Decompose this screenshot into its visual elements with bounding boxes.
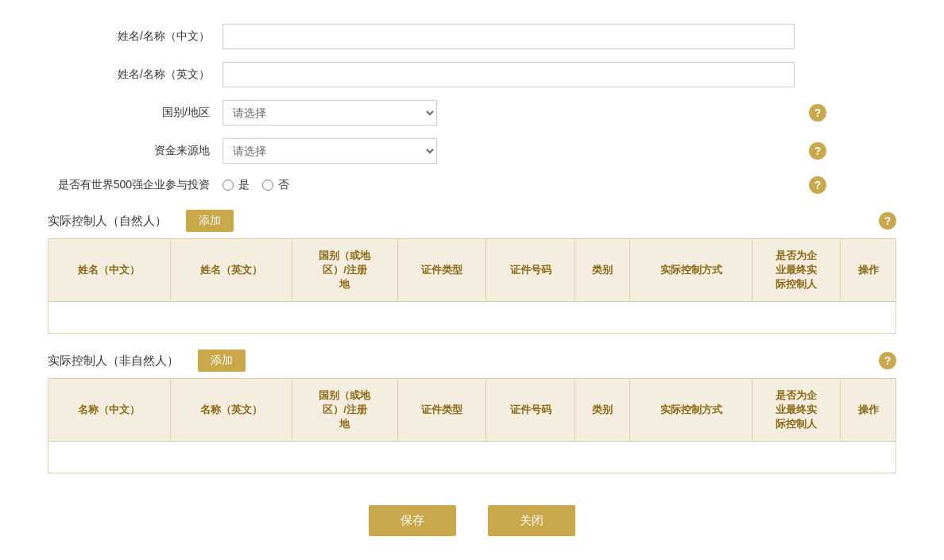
- fortune500-label: 是否有世界500强企业参与投资: [48, 178, 222, 192]
- fortune500-yes-option[interactable]: 是: [222, 178, 250, 192]
- non-natural-table-body: [48, 442, 896, 473]
- non-natural-empty-cell: [48, 442, 896, 473]
- natural-col-cert-type: 证件类型: [397, 239, 486, 302]
- non-natural-col-name-cn: 名称（中文）: [48, 379, 171, 442]
- natural-col-name-en: 姓名（英文）: [170, 239, 292, 302]
- non-natural-empty-row: [48, 442, 896, 473]
- save-button[interactable]: 保存: [369, 505, 456, 536]
- natural-col-control-method: 实际控制方式: [630, 239, 752, 302]
- non-natural-col-category: 类别: [575, 379, 630, 442]
- natural-empty-row: [48, 302, 896, 334]
- non-natural-table-wrapper: 名称（中文） 名称（英文） 国别（或地区）/注册地 证件类型 证件号码 类别 实…: [48, 378, 896, 473]
- fortune500-yes-radio[interactable]: [222, 180, 234, 191]
- natural-table: 姓名（中文） 姓名（英文） 国别（或地区）/注册地 证件类型 证件号码 类别 实…: [48, 238, 896, 334]
- name-cn-label: 姓名/名称（中文）: [48, 29, 222, 44]
- non-natural-col-cert-no: 证件号码: [486, 379, 575, 442]
- fund-source-help-icon[interactable]: ?: [809, 142, 826, 160]
- natural-section-title: 实际控制人（自然人）: [48, 214, 167, 229]
- fund-source-select[interactable]: 请选择: [222, 138, 437, 164]
- name-en-label: 姓名/名称（英文）: [48, 68, 222, 82]
- non-natural-section-title: 实际控制人（非自然人）: [48, 353, 179, 369]
- name-cn-input[interactable]: [222, 24, 795, 49]
- non-natural-col-is-final: 是否为企业最终实际控制人: [752, 379, 841, 442]
- natural-col-category: 类别: [575, 239, 630, 302]
- name-en-input[interactable]: [222, 62, 795, 87]
- name-en-row: 姓名/名称（英文）: [48, 62, 896, 87]
- non-natural-section-title-wrapper: 实际控制人（非自然人） 添加: [48, 350, 246, 372]
- natural-col-cert-no: 证件号码: [486, 239, 575, 302]
- non-natural-col-action: 操作: [841, 379, 896, 442]
- country-select[interactable]: 请选择: [222, 100, 437, 126]
- natural-col-country: 国别（或地区）/注册地: [292, 239, 398, 302]
- non-natural-col-country: 国别（或地区）/注册地: [292, 379, 398, 442]
- natural-table-head: 姓名（中文） 姓名（英文） 国别（或地区）/注册地 证件类型 证件号码 类别 实…: [48, 239, 896, 302]
- fortune500-yes-label: 是: [238, 178, 250, 192]
- country-help-icon[interactable]: ?: [809, 104, 826, 122]
- natural-col-is-final: 是否为企业最终实际控制人: [752, 239, 841, 302]
- close-button[interactable]: 关闭: [488, 505, 575, 536]
- natural-col-name-cn: 姓名（中文）: [48, 239, 171, 302]
- country-field-wrapper: 请选择 ?: [222, 100, 826, 126]
- bottom-buttons: 保存 关闭: [48, 505, 896, 536]
- natural-section-help-icon[interactable]: ?: [879, 212, 896, 230]
- non-natural-col-name-en: 名称（英文）: [170, 379, 292, 442]
- natural-section-header: 实际控制人（自然人） 添加 ?: [48, 210, 896, 232]
- name-cn-row: 姓名/名称（中文）: [48, 24, 896, 49]
- fortune500-no-label: 否: [278, 178, 289, 192]
- non-natural-col-cert-type: 证件类型: [397, 379, 486, 442]
- natural-section-title-wrapper: 实际控制人（自然人） 添加: [48, 210, 234, 232]
- non-natural-section-help-icon[interactable]: ?: [879, 352, 896, 369]
- fortune500-radio-group: 是 否: [222, 178, 289, 192]
- non-natural-col-control-method: 实际控制方式: [630, 379, 752, 442]
- fund-source-label: 资金来源地: [48, 144, 222, 158]
- natural-header-row: 姓名（中文） 姓名（英文） 国别（或地区）/注册地 证件类型 证件号码 类别 实…: [48, 239, 896, 302]
- fortune500-no-radio[interactable]: [262, 180, 273, 191]
- natural-add-button[interactable]: 添加: [186, 210, 234, 232]
- non-natural-table-head: 名称（中文） 名称（英文） 国别（或地区）/注册地 证件类型 证件号码 类别 实…: [48, 379, 896, 442]
- non-natural-header-row: 名称（中文） 名称（英文） 国别（或地区）/注册地 证件类型 证件号码 类别 实…: [48, 379, 896, 442]
- country-row: 国别/地区 请选择 ?: [48, 100, 896, 126]
- fund-source-field-wrapper: 请选择 ?: [222, 138, 826, 164]
- non-natural-add-button[interactable]: 添加: [198, 350, 246, 372]
- form-container: 姓名/名称（中文） 姓名/名称（英文） 国别/地区 请选择 ? 资金来源地 请选…: [48, 24, 896, 536]
- fortune500-no-option[interactable]: 否: [262, 178, 289, 192]
- natural-empty-cell: [48, 302, 896, 334]
- fortune500-help-icon[interactable]: ?: [809, 176, 826, 194]
- natural-table-body: [48, 302, 896, 334]
- fortune500-row: 是否有世界500强企业参与投资 是 否 ?: [48, 176, 896, 194]
- natural-col-action: 操作: [841, 239, 896, 302]
- country-label: 国别/地区: [48, 106, 222, 120]
- fortune500-field-wrapper: 是 否 ?: [222, 176, 826, 194]
- natural-table-wrapper: 姓名（中文） 姓名（英文） 国别（或地区）/注册地 证件类型 证件号码 类别 实…: [48, 238, 896, 334]
- non-natural-section-header: 实际控制人（非自然人） 添加 ?: [48, 350, 896, 372]
- fund-source-row: 资金来源地 请选择 ?: [48, 138, 896, 164]
- non-natural-table: 名称（中文） 名称（英文） 国别（或地区）/注册地 证件类型 证件号码 类别 实…: [48, 378, 896, 473]
